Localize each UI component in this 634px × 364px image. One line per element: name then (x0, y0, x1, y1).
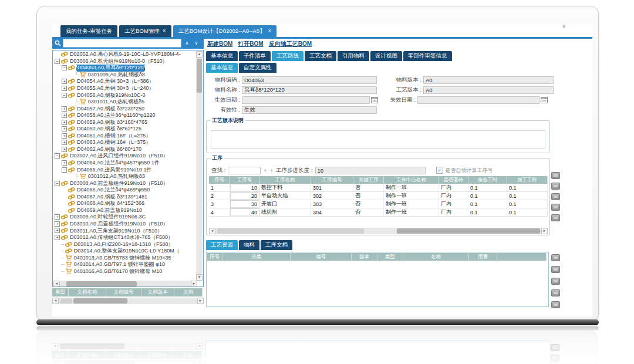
tree-expand-toggle[interactable]: + (62, 106, 67, 112)
resource-tab[interactable]: 工序文档 (261, 240, 292, 250)
scroll-down-icon[interactable]: ▼ (196, 274, 203, 281)
tree-expand-toggle[interactable]: + (62, 140, 67, 145)
resource-tab-active[interactable]: 工艺资源 (206, 240, 238, 250)
auto-calc-checkbox[interactable]: ✓ (436, 167, 443, 174)
toolbar-link[interactable]: 打开BOM (238, 40, 263, 48)
tree-item[interactable]: D02002,A0,离心风机9-19-10C-L0-YVP180M-4- (53, 51, 191, 58)
tree-item[interactable]: D04068,A0,钢板 δ4*152*366 (53, 200, 191, 207)
tree-item[interactable]: +D04064,A0,法兰δ4*φ457*φ550 1件 (53, 160, 191, 167)
scroll-left-icon[interactable]: ◄ (53, 281, 60, 287)
window-tab[interactable]: 我的任务-审签任务 (60, 25, 117, 37)
tree-item[interactable]: +D03012,A0,传动组CT140水冷-765（F500） (53, 234, 191, 241)
tree-item[interactable]: +D04061,A0,槽钢 16#（L=275） (53, 133, 191, 140)
tree-item[interactable]: +D04058,A0,法兰δ6*φ1160*φ1220 (53, 112, 191, 119)
tree-expand-toggle[interactable]: + (55, 235, 60, 240)
tree-horizontal-scrollbar[interactable]: ◄ ► (53, 281, 197, 287)
material-name-field[interactable] (242, 86, 377, 94)
find-next-icon[interactable]: › (269, 167, 274, 173)
toolbar-link[interactable]: 反向轴工艺BOM (269, 40, 312, 48)
tree-expand-toggle[interactable]: + (55, 228, 60, 233)
main-tab[interactable]: 零部件审签信息 (403, 51, 452, 61)
process-version-note-textarea[interactable] (211, 130, 545, 149)
calendar-icon[interactable] (541, 96, 548, 103)
grid-tool-button-8[interactable] (551, 278, 560, 285)
grid-tool-button-4[interactable] (551, 204, 560, 211)
grid-tool-button-6[interactable] (551, 254, 560, 261)
expire-date-field[interactable] (417, 96, 539, 104)
find-input[interactable] (228, 167, 261, 174)
main-tab[interactable]: 设计视图 (370, 51, 402, 61)
tree-item[interactable]: −D04065,A0,进风管919No10 1件 (53, 166, 191, 173)
effective-date-field[interactable] (242, 96, 370, 104)
tree-item[interactable]: −D03006,A0,机壳组件919No10-0（F510） (53, 58, 191, 65)
main-tab[interactable]: 引用物料 (338, 51, 369, 61)
tree-expand-toggle[interactable]: + (55, 214, 60, 220)
tree-item[interactable]: −D04053,A0,吊耳δ8*120*120 (53, 65, 191, 72)
tree-item[interactable]: −D03007,A0,进风口组件919No10（F510） (53, 153, 191, 160)
tree-expand-toggle[interactable]: + (62, 79, 67, 84)
close-icon[interactable]: × (163, 28, 166, 34)
calendar-icon[interactable] (371, 96, 378, 103)
resource-tab[interactable]: 物料 (239, 240, 259, 250)
tree-item[interactable]: D04067,A0,钢板 δ3*130*1461 (53, 193, 191, 200)
scroll-left-icon[interactable]: ◄ (209, 228, 215, 234)
main-tab-active[interactable]: 工艺路线 (272, 51, 303, 61)
scroll-left-icon[interactable]: ◄ (52, 298, 59, 304)
tree-expand-toggle[interactable]: − (62, 93, 67, 98)
tree-expand-toggle[interactable]: + (62, 120, 67, 125)
tree-item[interactable]: −D04056,A0,侧板919No10C-0 (53, 92, 191, 99)
validity-field[interactable] (242, 106, 377, 114)
sub-tab-active[interactable]: 基本信息 (206, 63, 238, 73)
main-tab[interactable]: 基本信息 (206, 51, 238, 61)
close-icon[interactable]: × (268, 28, 271, 34)
tree-item[interactable]: +D04054,A0,角钢 30×3（L=386） (53, 78, 191, 85)
tree-item[interactable]: ─0401013,A0,GB/T5783 镀锌螺栓 M10×35 (53, 254, 191, 261)
tree-expand-toggle[interactable]: − (62, 167, 67, 173)
document-horizontal-scrollbar[interactable]: ◄ ► (52, 298, 204, 304)
grid-tool-button-10[interactable] (551, 301, 560, 308)
tree-expand-toggle[interactable]: + (62, 113, 67, 118)
tree-expand-toggle[interactable]: − (55, 181, 60, 186)
tree-item[interactable]: D04066,A0,法兰δ4*φ469*φ550 (53, 187, 191, 194)
scroll-thumb[interactable] (73, 298, 127, 304)
process-horizontal-scrollbar[interactable]: ◄ ► (209, 228, 548, 234)
main-tab[interactable]: 子件清单 (239, 51, 271, 61)
grid-tool-button-7[interactable] (551, 266, 560, 273)
tree-item[interactable]: ─0401016,A0,GB/T6170 镀锌螺母 M10 (53, 268, 191, 275)
process-row[interactable]: 220半自动火焰302否制作一班厂内0.10.1 (209, 192, 548, 200)
tree-item[interactable]: D04069,A0,前盖板919No10 (53, 207, 191, 214)
step-length-input[interactable] (315, 167, 426, 174)
tree-item[interactable]: +D04055,A0,角钢 30×3（L=240） (53, 85, 191, 92)
grid-tool-button-1[interactable] (551, 172, 560, 179)
tree-item[interactable]: +D04059,A0,钢板 δ3*160*4765 (53, 119, 191, 126)
material-code-field[interactable] (242, 76, 377, 84)
scroll-thumb[interactable] (66, 281, 137, 287)
tree-expand-toggle[interactable]: + (62, 86, 67, 91)
tree-item[interactable]: +D03011,A0,三角支架919No10（F510） (53, 227, 191, 234)
tree-item[interactable]: ─D03013,A0,FHZ200-16×18-1310（F500） (53, 241, 191, 248)
grid-tool-button-2[interactable] (551, 183, 560, 190)
window-tab[interactable]: 工艺BOM设计【D02002--A0--A0】× (173, 25, 277, 37)
process-row[interactable]: 330开坡口303否制作一班厂内0.10.1 (209, 200, 548, 208)
tree-vertical-scrollbar[interactable]: ▲ ▼ (196, 51, 203, 281)
tree-expand-toggle[interactable]: − (55, 153, 60, 159)
grid-tool-button-5[interactable] (551, 214, 560, 221)
scroll-right-icon[interactable]: ► (191, 281, 197, 287)
window-tab[interactable]: 工艺BOM管理× (119, 25, 171, 37)
toolbar-link[interactable]: 新建BOM (207, 40, 232, 48)
find-prev-icon[interactable]: ‹ (263, 167, 267, 173)
tree-expand-toggle[interactable]: + (62, 160, 67, 166)
scroll-right-icon[interactable]: ► (541, 228, 548, 234)
tree-item[interactable]: └0301011,A0,热轧钢板δ5 (53, 99, 191, 106)
tree-item[interactable]: −D03008,A0,前盖板组件919No10（F510） (53, 180, 191, 187)
tree-expand-toggle[interactable]: − (55, 59, 60, 64)
tree-item[interactable]: ─0401014,A0,GB/T97.1 镀锌平垫圈 φ10 (53, 261, 191, 268)
scroll-up-icon[interactable]: ▲ (196, 51, 203, 58)
tree-item[interactable]: └0301009,A0,热轧钢板δ8 (53, 72, 191, 79)
tree-expand-toggle[interactable]: + (62, 133, 67, 139)
tree-expand-toggle[interactable]: + (62, 126, 67, 132)
tree-search-input[interactable] (63, 39, 181, 48)
process-version-field[interactable] (423, 86, 554, 94)
sub-tab[interactable]: 自定义属性 (239, 63, 276, 73)
tree-item[interactable]: +D04062,A0,钢板 δ6*80*170 (53, 146, 191, 153)
